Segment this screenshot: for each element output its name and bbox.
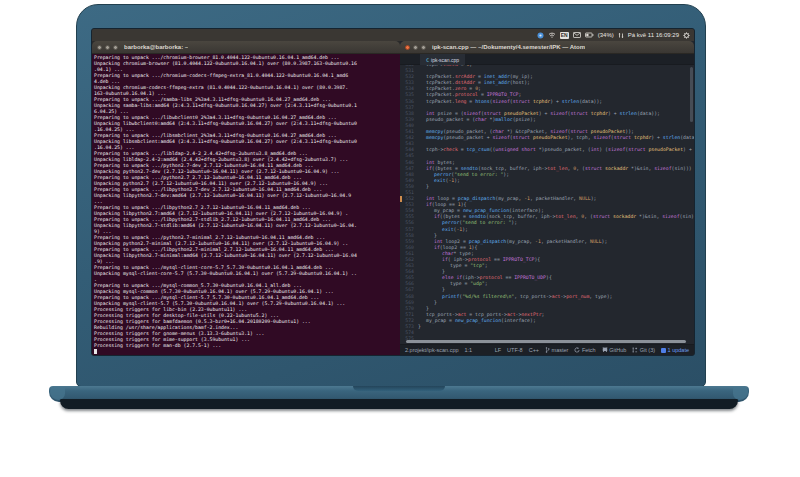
status-fetch[interactable]: Fetch	[574, 347, 595, 353]
terminal-window: barborka@barborka: ~ Preparing to unpack…	[92, 41, 400, 355]
keyboard-layout-indicator[interactable]: EN	[560, 32, 569, 39]
terminal-maximize-button[interactable]	[113, 45, 118, 50]
vertical-scrollbar[interactable]	[690, 67, 693, 122]
atom-window: ipk-scan.cpp — ~/Dokumenty/4.semester/IP…	[400, 41, 694, 355]
tab-ipk-scan-cpp[interactable]: C ipk-scan.cpp	[420, 54, 465, 65]
terminal-titlebar[interactable]: barborka@barborka: ~	[92, 41, 400, 54]
status-file-path[interactable]: 2.projekt/ipk-scan.cpp	[405, 347, 459, 353]
battery-icon[interactable]	[585, 32, 594, 38]
sync-arrows-icon[interactable]	[618, 32, 624, 39]
mail-icon[interactable]	[573, 32, 581, 38]
desktop-top-panel: EN (34%) Pá kvě 11 16:09:29	[92, 29, 694, 41]
github-icon	[602, 347, 608, 353]
atom-maximize-button[interactable]	[421, 45, 426, 50]
status-grammar[interactable]: C++	[529, 347, 539, 353]
git-diff-icon	[632, 347, 638, 353]
battery-percent: (34%)	[598, 32, 614, 38]
cpp-file-icon: C	[426, 57, 429, 63]
tab-label: ipk-scan.cpp	[431, 57, 459, 63]
status-cursor-position[interactable]: 1:1	[465, 347, 473, 353]
terminal-close-button[interactable]	[97, 45, 102, 50]
atom-minimize-button[interactable]	[413, 45, 418, 50]
status-git-changes[interactable]: Git (3)	[632, 347, 655, 353]
branch-icon	[545, 347, 550, 353]
laptop-lid: EN (34%) Pá kvě 11 16:09:29	[76, 4, 706, 387]
atom-title: ipk-scan.cpp — ~/Dokumenty/4.semester/IP…	[432, 44, 585, 50]
status-git-branch[interactable]: master	[545, 347, 568, 353]
clock[interactable]: Pá kvě 11 16:09:29	[628, 32, 679, 38]
laptop-base-shadow	[60, 399, 738, 409]
laptop-mockup: EN (34%) Pá kvě 11 16:09:29	[0, 0, 800, 477]
status-updates[interactable]: 1 update	[661, 347, 689, 353]
code-editor[interactable]: 530tcph->check = 0;531532tcpPacket.srcAd…	[400, 65, 694, 344]
indicator-app-icon[interactable]	[537, 32, 544, 39]
session-gear-icon[interactable]	[683, 32, 690, 39]
terminal-cursor	[94, 349, 97, 354]
status-bar: 2.projekt/ipk-scan.cpp 1:1 LF UTF-8 C++ …	[400, 344, 694, 355]
terminal-minimize-button[interactable]	[105, 45, 110, 50]
sync-icon	[574, 347, 580, 353]
tab-bar: C ipk-scan.cpp	[400, 54, 694, 65]
status-github[interactable]: GitHub	[602, 347, 627, 353]
screen: EN (34%) Pá kvě 11 16:09:29	[91, 28, 695, 356]
status-line-ending[interactable]: LF	[495, 347, 501, 353]
laptop-base-notch	[353, 386, 445, 391]
horizontal-scrollbar[interactable]	[406, 340, 686, 343]
atom-titlebar[interactable]: ipk-scan.cpp — ~/Dokumenty/4.semester/IP…	[400, 41, 694, 54]
terminal-title: barborka@barborka: ~	[124, 44, 188, 50]
atom-close-button[interactable]	[405, 45, 410, 50]
wifi-icon[interactable]	[548, 32, 556, 38]
status-encoding[interactable]: UTF-8	[507, 347, 523, 353]
update-icon	[661, 348, 666, 353]
code-lines: 530tcph->check = 0;531532tcpPacket.srcAd…	[400, 65, 694, 342]
terminal-output[interactable]: Preparing to unpack .../chromium-browser…	[92, 54, 400, 355]
